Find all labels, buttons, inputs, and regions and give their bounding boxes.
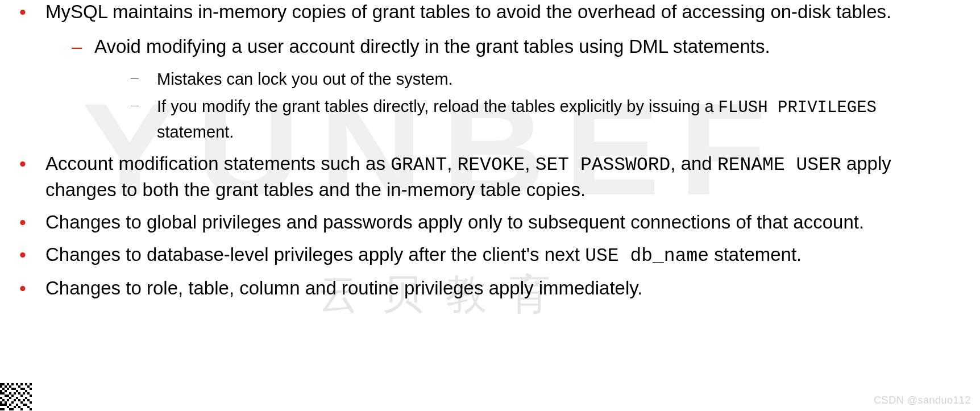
svg-rect-23 (25, 390, 27, 392)
code-set-password: SET PASSWORD (535, 155, 671, 176)
svg-rect-28 (18, 392, 20, 395)
code-flush-privileges: FLUSH PRIVILEGES (719, 98, 877, 117)
svg-rect-3 (11, 383, 14, 385)
bullet-item-3: Changes to global privileges and passwor… (0, 210, 957, 235)
bullet-item-1: MySQL maintains in-memory copies of gran… (0, 0, 957, 144)
svg-rect-7 (30, 383, 32, 385)
sub-bullet-item-1: Avoid modifying a user account directly … (45, 35, 957, 144)
code-revoke: REVOKE (458, 155, 525, 176)
b4-a: Changes to database-level privileges app… (45, 244, 585, 265)
svg-rect-27 (14, 392, 16, 395)
svg-rect-39 (25, 397, 27, 399)
svg-rect-4 (16, 383, 18, 385)
svg-rect-37 (9, 397, 11, 399)
svg-rect-2 (7, 383, 9, 385)
svg-rect-18 (23, 388, 25, 390)
svg-rect-52 (2, 404, 5, 406)
code-use-dbname: USE db_name (585, 246, 709, 267)
svg-rect-44 (23, 399, 25, 401)
attribution-text: CSDN @sanduo112 (874, 395, 971, 406)
svg-rect-14 (7, 388, 9, 390)
sub2-text: Mistakes can lock you out of the system. (157, 70, 453, 88)
svg-rect-31 (5, 395, 7, 397)
svg-rect-8 (0, 385, 2, 388)
svg-rect-67 (30, 408, 32, 410)
svg-rect-15 (11, 388, 14, 390)
b2-sep1: , (447, 153, 457, 174)
svg-rect-65 (11, 408, 14, 410)
svg-rect-33 (11, 395, 14, 397)
svg-rect-21 (5, 390, 7, 392)
svg-rect-38 (16, 397, 18, 399)
svg-rect-22 (16, 390, 18, 392)
svg-rect-48 (11, 401, 14, 404)
svg-rect-26 (9, 392, 11, 395)
svg-rect-55 (16, 404, 18, 406)
svg-rect-12 (27, 385, 30, 388)
bullet-item-4: Changes to database-level privileges app… (0, 243, 957, 269)
svg-rect-10 (9, 385, 11, 388)
svg-rect-5 (20, 383, 23, 385)
svg-rect-25 (2, 392, 5, 395)
svg-rect-19 (30, 388, 32, 390)
svg-rect-11 (18, 385, 20, 388)
svg-rect-60 (18, 406, 20, 408)
b2-sep3: , and (670, 153, 717, 174)
svg-rect-50 (30, 401, 32, 404)
svg-rect-36 (0, 397, 2, 399)
svg-rect-63 (2, 408, 5, 410)
svg-rect-9 (5, 385, 7, 388)
sub2-text-b: statement. (157, 123, 234, 141)
svg-rect-49 (20, 401, 23, 404)
svg-rect-40 (2, 399, 5, 401)
svg-rect-29 (23, 392, 25, 395)
svg-rect-43 (18, 399, 20, 401)
svg-rect-56 (23, 404, 25, 406)
svg-rect-41 (7, 399, 9, 401)
svg-rect-0 (0, 383, 2, 385)
svg-rect-42 (14, 399, 16, 401)
svg-rect-17 (20, 388, 23, 390)
bullet-item-5: Changes to role, table, column and routi… (0, 276, 957, 301)
svg-rect-53 (5, 404, 7, 406)
svg-rect-24 (0, 392, 2, 395)
svg-rect-51 (0, 404, 2, 406)
svg-rect-30 (27, 392, 30, 395)
svg-rect-46 (0, 401, 2, 404)
svg-rect-34 (20, 395, 23, 397)
svg-rect-35 (30, 395, 32, 397)
svg-rect-13 (2, 388, 5, 390)
sub2-bullet-item-2: If you modify the grant tables directly,… (94, 94, 957, 144)
b2-a: Account modification statements such as (45, 153, 391, 174)
sub2-text-a: If you modify the grant tables directly,… (157, 97, 719, 115)
svg-rect-47 (5, 401, 7, 404)
svg-rect-32 (7, 395, 9, 397)
svg-rect-20 (0, 390, 2, 392)
svg-rect-64 (9, 408, 11, 410)
sub-bullet-text: Avoid modifying a user account directly … (94, 36, 770, 57)
b4-b: statement. (709, 244, 802, 265)
sub2-bullet-item-1: Mistakes can lock you out of the system. (94, 67, 957, 91)
svg-rect-62 (0, 408, 2, 410)
b2-sep2: , (525, 153, 535, 174)
svg-rect-54 (9, 404, 11, 406)
svg-rect-58 (7, 406, 9, 408)
code-rename-user: RENAME USER (717, 155, 841, 176)
code-grant: GRANT (391, 155, 447, 176)
svg-rect-66 (20, 408, 23, 410)
bullet-text: MySQL maintains in-memory copies of gran… (45, 1, 891, 22)
svg-rect-57 (25, 404, 27, 406)
slide-content: MySQL maintains in-memory copies of gran… (0, 0, 980, 301)
qr-code-icon (0, 383, 34, 411)
svg-rect-45 (27, 399, 30, 401)
svg-rect-16 (14, 388, 16, 390)
svg-rect-1 (2, 383, 5, 385)
svg-rect-6 (25, 383, 27, 385)
b5-text: Changes to role, table, column and routi… (45, 277, 642, 298)
svg-rect-61 (27, 406, 30, 408)
bullet-item-2: Account modification statements such as … (0, 152, 957, 202)
b3-text: Changes to global privileges and passwor… (45, 211, 864, 233)
svg-rect-59 (14, 406, 16, 408)
